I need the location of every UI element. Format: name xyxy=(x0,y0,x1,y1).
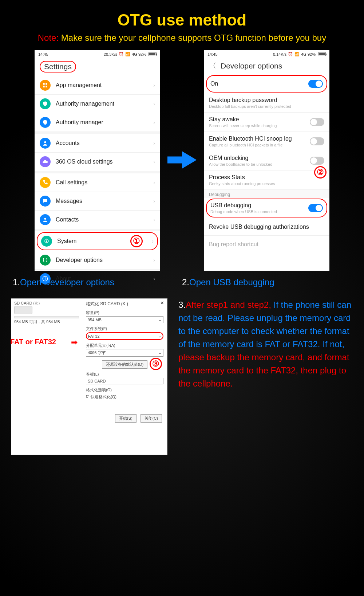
svg-point-9 xyxy=(45,277,46,278)
badge-3: ③ xyxy=(150,358,162,370)
dialog-title: 格式化 SD CARD (K:) xyxy=(86,301,163,307)
signal-icon: 📶 xyxy=(125,52,130,56)
step3-red1: After step1 and step2, xyxy=(186,300,271,310)
row-label: App management xyxy=(56,82,153,89)
row-subtitle: Debug mode when USB is connected xyxy=(210,209,308,214)
back-icon[interactable]: 〈 xyxy=(209,61,216,71)
dev-row[interactable]: Stay awakeScreen will never sleep while … xyxy=(204,113,329,132)
chevron-right-icon: › xyxy=(153,82,155,88)
dev-row[interactable]: Revoke USB debugging authorizations xyxy=(204,218,329,236)
svg-point-4 xyxy=(44,141,46,143)
settings-row[interactable]: 360 OS cloud settings› xyxy=(35,153,160,171)
row-label: Developer options xyxy=(56,257,153,263)
svg-rect-0 xyxy=(43,83,45,85)
caption-2: 2.Open USB debugging xyxy=(178,271,353,287)
toggle-switch[interactable] xyxy=(308,80,323,88)
status-net: 4G 92% xyxy=(132,52,146,56)
close-button[interactable]: 关闭(C) xyxy=(141,414,162,423)
shield-icon xyxy=(40,117,51,128)
row-title: Desktop backup password xyxy=(209,97,324,103)
dev-row[interactable]: On xyxy=(206,75,327,93)
row-label: Authority management xyxy=(56,101,153,107)
settings-row[interactable]: Authority manager› xyxy=(35,113,160,132)
restore-defaults-button[interactable]: 还原设备的默认值(D) xyxy=(102,360,147,369)
msg-icon xyxy=(40,196,51,207)
settings-title-row: Settings xyxy=(35,58,160,76)
toggle-switch[interactable] xyxy=(310,137,324,145)
row-title: USB debugging xyxy=(210,202,308,209)
alarm-icon: ⏰ xyxy=(119,52,124,56)
caption-1-num: 1. xyxy=(13,277,20,287)
developer-options-screenshot: 14:45 0.14K/s ⏰ 📶 4G 92% 〈 Developer opt… xyxy=(204,50,329,271)
row-subtitle: Allow the bootloader to be unlocked xyxy=(209,162,310,166)
dev-row[interactable]: USB debuggingDebug mode when USB is conn… xyxy=(206,199,327,217)
svg-rect-2 xyxy=(43,86,45,87)
explorer-panel: SD CARD (K:) 954 MB 可用，共 954 MB xyxy=(11,299,82,455)
settings-row[interactable]: About› xyxy=(35,270,160,288)
shield-icon xyxy=(40,98,51,109)
settings-row[interactable]: Authority management› xyxy=(35,95,160,113)
toggle-switch[interactable] xyxy=(310,157,324,165)
debugging-section-label: Debugging xyxy=(204,190,329,198)
volume-input[interactable]: SD CARD xyxy=(86,378,163,384)
chevron-right-icon: › xyxy=(153,276,155,282)
svg-rect-1 xyxy=(46,83,47,85)
status-time: 14:45 xyxy=(38,52,48,56)
chevron-right-icon: › xyxy=(153,257,155,263)
badge-2: ② xyxy=(314,166,327,179)
settings-row[interactable]: Contacts› xyxy=(35,211,160,229)
row-label: 360 OS cloud settings xyxy=(56,158,153,165)
chevron-right-icon: › xyxy=(153,101,155,107)
row-subtitle: Geeky stats about running processes xyxy=(209,181,324,186)
row-title: Process Stats xyxy=(209,174,324,181)
status-bar: 14:45 20.3K/s ⏰ 📶 4G 92% xyxy=(35,50,160,58)
gear-icon xyxy=(41,236,52,247)
dev-row[interactable]: Bug report shortcut xyxy=(204,236,329,253)
dev-title-row: 〈 Developer options xyxy=(204,58,329,74)
settings-row[interactable]: Messages› xyxy=(35,192,160,211)
toggle-switch[interactable] xyxy=(310,118,324,126)
caption-2-num: 2. xyxy=(182,277,189,287)
row-subtitle: Screen will never sleep while charging xyxy=(209,123,310,128)
grid-icon xyxy=(40,80,51,91)
dev-row[interactable]: Desktop backup passwordDesktop full back… xyxy=(204,93,329,113)
note-text: Note: Make sure the your cellphone suppo… xyxy=(0,33,364,50)
filesystem-label: 文件系统(F) xyxy=(86,326,163,332)
settings-row[interactable]: System›① xyxy=(37,232,158,250)
alloc-select[interactable]: 4096 字节⌄ xyxy=(86,349,163,357)
toggle-switch[interactable] xyxy=(308,204,323,212)
settings-row[interactable]: Call settings› xyxy=(35,173,160,192)
fat-arrow-icon: ➡ xyxy=(71,338,78,347)
fat-label: FAT or FAT32 xyxy=(10,338,56,346)
status-bar: 14:45 0.14K/s ⏰ 📶 4G 92% xyxy=(204,50,329,58)
capacity-select[interactable]: 954 MB⌄ xyxy=(86,316,163,323)
chevron-right-icon: › xyxy=(153,119,155,125)
row-subtitle: Desktop full backups aren't currently pr… xyxy=(209,104,324,109)
user-icon xyxy=(40,214,51,225)
status-speed: 0.14K/s xyxy=(273,52,286,56)
battery-icon xyxy=(149,52,157,56)
status-net: 4G 92% xyxy=(301,52,316,56)
arrow-right xyxy=(167,149,197,172)
dev-list: OnDesktop backup passwordDesktop full ba… xyxy=(204,74,329,253)
note-prefix: Note: xyxy=(38,33,59,43)
battery-icon xyxy=(318,52,326,56)
chevron-right-icon: › xyxy=(153,159,155,165)
capacity-label: 容量(P): xyxy=(86,310,163,315)
dev-title: Developer options xyxy=(221,62,282,70)
dev-row[interactable]: OEM unlockingAllow the bootloader to be … xyxy=(204,151,329,170)
chevron-right-icon: › xyxy=(153,140,155,146)
dev-row[interactable]: Enable Bluetooth HCI snoop logCapture al… xyxy=(204,132,329,151)
settings-row[interactable]: App management› xyxy=(35,76,160,95)
quick-format-checkbox[interactable]: ☑ 快速格式化(Q) xyxy=(86,394,163,400)
start-button[interactable]: 开始(S) xyxy=(115,414,136,423)
filesystem-select[interactable]: FAT32⌄ xyxy=(86,332,163,340)
close-icon[interactable]: ✕ xyxy=(160,300,164,306)
row-label: About xyxy=(56,275,153,282)
settings-row[interactable]: Developer options› xyxy=(35,251,160,270)
dev-row[interactable]: Process StatsGeeky stats about running p… xyxy=(204,170,329,190)
svg-point-6 xyxy=(46,240,47,242)
drive-sub: 954 MB 可用，共 954 MB xyxy=(14,319,79,325)
settings-row[interactable]: Accounts› xyxy=(35,134,160,153)
status-speed: 20.3K/s xyxy=(104,52,117,56)
